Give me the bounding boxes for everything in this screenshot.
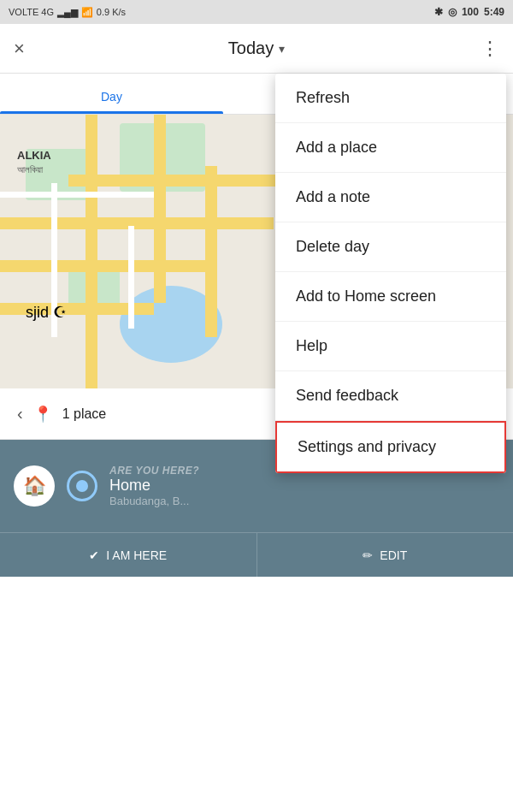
speed-label: 0.9 K/s: [97, 7, 126, 17]
i-am-here-label: I AM HERE: [106, 548, 167, 562]
top-bar: × Today ▾ ⋮: [0, 24, 513, 74]
city-sublabel: আলকিয়া: [17, 164, 43, 175]
checkmark-icon: ✔: [89, 548, 99, 562]
edit-label: EDIT: [380, 548, 407, 562]
bluetooth-icon: ✱: [434, 6, 443, 18]
menu-item-4[interactable]: Add to Home screen: [275, 272, 506, 322]
status-bar: VOLTE 4G ▂▄▆ 📶 0.9 K/s ✱ ◎ 100 5:49: [0, 0, 513, 24]
location-circle-inner: [76, 480, 88, 492]
mosque-icon: sjid ☪: [26, 303, 67, 322]
nav-back-button[interactable]: ‹: [17, 404, 23, 424]
carrier-label: VOLTE 4G: [9, 7, 54, 17]
road-h-2: [0, 260, 214, 272]
road-h-1: [0, 217, 274, 229]
more-button[interactable]: ⋮: [472, 38, 499, 60]
tab-day[interactable]: Day: [0, 80, 223, 114]
close-button[interactable]: ×: [14, 38, 41, 60]
nav-place-icon: 📍: [33, 405, 52, 424]
home-icon: 🏠: [14, 465, 55, 507]
road-sm-1: [0, 192, 154, 198]
dropdown-menu: RefreshAdd a placeAdd a noteDelete dayAd…: [275, 74, 506, 473]
dropdown-arrow-icon[interactable]: ▾: [279, 42, 285, 56]
menu-item-1[interactable]: Add a place: [275, 123, 506, 173]
place-name: Home: [109, 477, 499, 495]
time-label: 5:49: [484, 6, 504, 18]
menu-item-6[interactable]: Send feedback: [275, 371, 506, 421]
title-text: Today: [228, 39, 274, 58]
nav-place-text: 1 place: [62, 406, 107, 422]
road-v-3: [205, 166, 217, 337]
road-h-4: [68, 175, 282, 187]
signal-icon: ▂▄▆: [57, 7, 78, 18]
bottom-card-actions: ✔ I AM HERE ✏ EDIT: [0, 532, 513, 577]
status-left: VOLTE 4G ▂▄▆ 📶 0.9 K/s: [9, 7, 126, 18]
menu-item-7[interactable]: Settings and privacy: [275, 421, 506, 473]
status-right: ✱ ◎ 100 5:49: [434, 6, 504, 18]
edit-button[interactable]: ✏ EDIT: [257, 533, 514, 577]
menu-item-0[interactable]: Refresh: [275, 74, 506, 123]
city-label: ALKIA: [17, 149, 51, 162]
battery-label: 100: [462, 6, 479, 18]
menu-item-2[interactable]: Add a note: [275, 173, 506, 222]
wifi-icon: 📶: [81, 7, 93, 18]
menu-item-5[interactable]: Help: [275, 322, 506, 371]
road-sm-3: [128, 226, 134, 329]
location-icon: ◎: [448, 6, 457, 18]
top-bar-title: Today ▾: [41, 39, 472, 58]
location-circle: [67, 471, 97, 501]
road-v-1: [86, 115, 97, 388]
menu-item-3[interactable]: Delete day: [275, 222, 506, 272]
road-v-2: [154, 115, 166, 303]
i-am-here-button[interactable]: ✔ I AM HERE: [0, 533, 257, 577]
place-sub: Babudanga, B...: [109, 495, 499, 507]
edit-icon: ✏: [363, 548, 373, 562]
